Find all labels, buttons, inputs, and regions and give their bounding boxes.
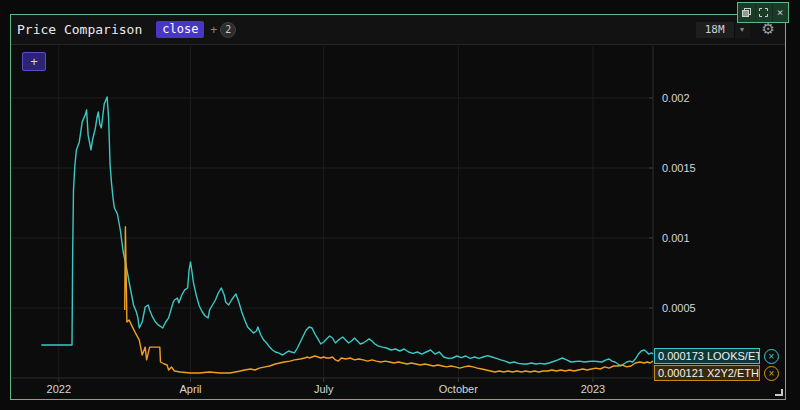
timeframe-dropdown[interactable]: 18M ▾ <box>696 22 750 38</box>
chevron-down-icon: ▾ <box>734 22 750 38</box>
x-axis-tick-label: 2023 <box>581 383 605 395</box>
duplicate-icon <box>741 7 752 18</box>
window-controls: × <box>737 2 789 23</box>
title-bar: Price Comparison close + 2 18M ▾ ⚙ <box>11 15 785 45</box>
price-label-looks: 0.000173 LOOKS/ETH ... <box>654 348 760 364</box>
y-axis-tick-label: 0.002 <box>662 92 690 104</box>
window-duplicate-button[interactable] <box>739 4 754 21</box>
add-series-button[interactable]: + <box>22 52 46 71</box>
price-label-x2y2: 0.000121 X2Y2/ETH (u... <box>654 365 760 381</box>
series-x2y2-eth-line[interactable] <box>125 227 653 373</box>
gear-icon[interactable]: ⚙ <box>762 22 775 37</box>
timeframe-value: 18M <box>696 22 734 38</box>
chart-region: 2022AprilJulyOctober20230.00050.0010.001… <box>11 46 785 399</box>
plus-separator: + <box>210 23 217 37</box>
toolbar-right: 18M ▾ ⚙ <box>696 22 779 38</box>
x-axis-tick-label: July <box>314 383 334 395</box>
remove-x2y2-button[interactable]: × <box>764 366 779 381</box>
resize-handle[interactable] <box>775 389 783 396</box>
remove-looks-button[interactable]: × <box>764 349 779 364</box>
x-axis-tick-label: 2022 <box>47 383 71 395</box>
x-axis-tick-label: October <box>439 383 478 395</box>
y-axis-tick-label: 0.0005 <box>662 302 696 314</box>
y-axis-tick-label: 0.0015 <box>662 162 696 174</box>
x-axis-tick-label: April <box>180 383 202 395</box>
maximize-icon <box>758 7 769 18</box>
symbol-badge-close[interactable]: close <box>156 21 204 38</box>
window-maximize-button[interactable] <box>755 4 770 21</box>
app-window: Price Comparison close + 2 18M ▾ ⚙ 2022A… <box>10 14 786 400</box>
window-close-button[interactable]: × <box>772 4 787 21</box>
page-title: Price Comparison <box>17 22 142 37</box>
hidden-series-count-badge[interactable]: 2 <box>220 22 236 38</box>
y-axis-tick-label: 0.001 <box>662 232 690 244</box>
series-looks-eth-line[interactable] <box>41 97 653 366</box>
